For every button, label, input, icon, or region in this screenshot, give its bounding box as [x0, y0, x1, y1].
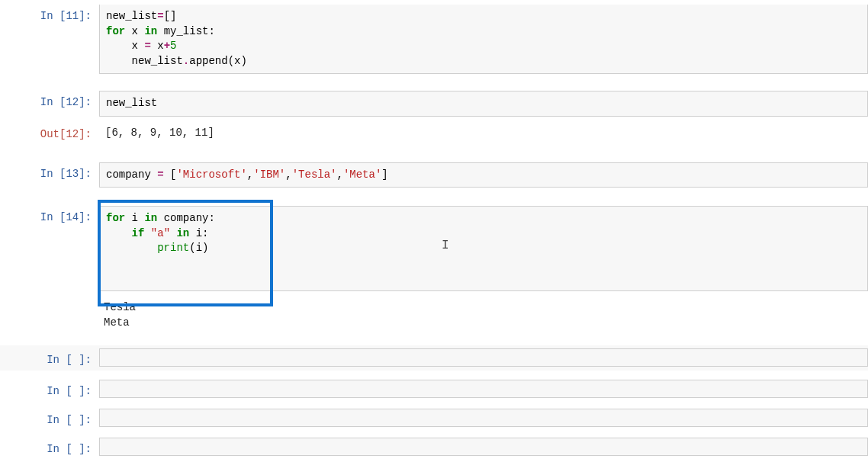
output-cell-14: Tesla Meta	[0, 296, 868, 335]
prompt-out-14-empty	[0, 297, 99, 302]
output-12: [6, 8, 9, 10, 11]	[99, 123, 868, 144]
prompt-in-12: In [12]:	[0, 91, 99, 109]
code-input-14[interactable]: for i in company: if "a" in i: print(i) …	[99, 206, 868, 291]
prompt-empty-3: In [ ]:	[0, 409, 99, 427]
prompt-out-12: Out[12]:	[0, 123, 99, 141]
code-cell-11[interactable]: In [11]: new_list=[] for x in my_list: x…	[0, 3, 868, 75]
empty-cell-3[interactable]: In [ ]:	[0, 407, 868, 428]
prompt-in-13: In [13]:	[0, 162, 99, 181]
prompt-empty-4: In [ ]:	[0, 438, 99, 456]
notebook: In [11]: new_list=[] for x in my_list: x…	[0, 3, 868, 462]
prompt-empty-1: In [ ]:	[0, 348, 99, 367]
code-input-13[interactable]: company = ['Microsoft','IBM','Tesla','Me…	[99, 162, 868, 188]
prompt-empty-2: In [ ]:	[0, 380, 99, 398]
code-cell-13[interactable]: In [13]: company = ['Microsoft','IBM','T…	[0, 161, 868, 190]
code-cell-12[interactable]: In [12]: new_list	[0, 89, 868, 118]
code-input-12[interactable]: new_list	[99, 91, 868, 117]
highlighted-region: In [14]: for i in company: if "a" in i: …	[0, 204, 868, 335]
code-input-empty-3[interactable]	[99, 409, 868, 427]
code-cell-14[interactable]: In [14]: for i in company: if "a" in i: …	[0, 204, 868, 293]
code-input-11[interactable]: new_list=[] for x in my_list: x = x+5 ne…	[99, 5, 868, 74]
output-14: Tesla Meta	[99, 297, 868, 333]
empty-cell-4[interactable]: In [ ]:	[0, 436, 868, 457]
prompt-in-14: In [14]:	[0, 206, 99, 224]
prompt-in-11: In [11]:	[0, 5, 99, 23]
code-input-empty-4[interactable]	[99, 438, 868, 456]
text-cursor-icon: I	[442, 237, 449, 254]
empty-cell-1[interactable]: In [ ]:	[0, 345, 868, 370]
output-cell-12: Out[12]: [6, 8, 9, 10, 11]	[0, 121, 868, 146]
code-input-empty-2[interactable]	[99, 380, 868, 398]
code-input-empty-1[interactable]	[99, 348, 868, 367]
empty-cell-2[interactable]: In [ ]:	[0, 378, 868, 399]
